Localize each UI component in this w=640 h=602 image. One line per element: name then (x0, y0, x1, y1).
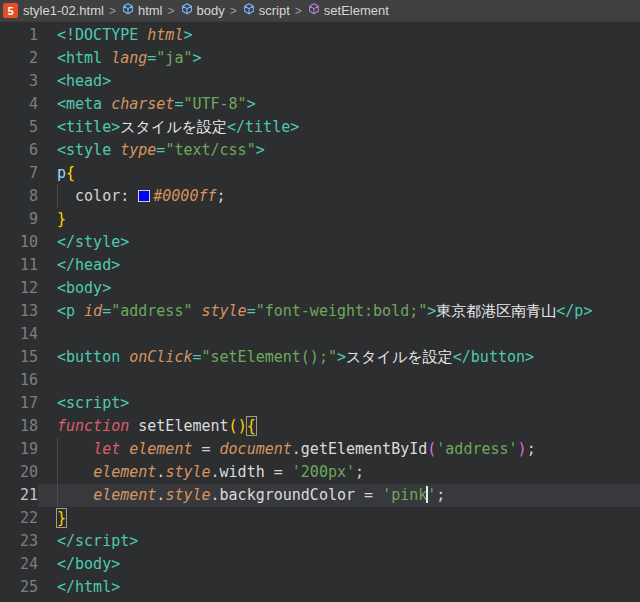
code-token: = (265, 463, 292, 481)
code-line: 8 color: #0000ff; (0, 185, 640, 208)
code-token: = (355, 486, 382, 504)
code-line-content[interactable]: <head> (38, 70, 640, 93)
code-token: "setElement();" (202, 348, 337, 366)
code-line-content[interactable]: <style type="text/css"> (38, 139, 640, 162)
code-line-content[interactable]: } (38, 507, 640, 530)
code-line-content[interactable]: <script> (38, 392, 640, 415)
code-line-content[interactable]: </script> (38, 530, 640, 553)
line-number: 9 (0, 208, 38, 231)
code-line-content[interactable]: </style> (38, 231, 640, 254)
line-number: 15 (0, 346, 38, 369)
line-number: 17 (0, 392, 38, 415)
code-line-content[interactable]: element.style.width = '200px'; (38, 461, 640, 484)
code-line-content[interactable]: element.style.backgroundColor = 'pink'; (38, 484, 640, 507)
code-line: 6<style type="text/css"> (0, 139, 640, 162)
code-line-content[interactable]: <button onClick="setElement();">スタイルを設定<… (38, 346, 640, 369)
code-token: } (57, 509, 66, 527)
code-token: > (337, 348, 346, 366)
code-token: color: (57, 187, 138, 205)
code-token (192, 302, 201, 320)
code-token: </html> (57, 578, 120, 596)
code-token: style (165, 486, 210, 504)
code-line-content[interactable] (38, 369, 640, 392)
code-token: <html (57, 49, 111, 67)
code-line-content[interactable]: function setElement(){ (38, 415, 640, 438)
color-swatch[interactable] (138, 190, 150, 202)
code-token: } (57, 210, 66, 228)
code-token: html (147, 26, 183, 44)
code-line: 16 (0, 369, 640, 392)
breadcrumb-item-script[interactable]: script (242, 2, 290, 19)
line-number: 20 (0, 461, 38, 484)
code-line-content[interactable]: <html lang="ja"> (38, 47, 640, 70)
breadcrumb-item-file[interactable]: style1-02.html (23, 3, 104, 18)
code-token: let (93, 440, 120, 458)
line-number: 3 (0, 70, 38, 93)
code-token: "font-weight:bold;" (256, 302, 428, 320)
code-token: ( (229, 417, 238, 435)
code-line-content[interactable]: </head> (38, 254, 640, 277)
line-number: 19 (0, 438, 38, 461)
code-line-content[interactable]: } (38, 208, 640, 231)
breadcrumb-item-label: setElement (324, 3, 389, 18)
code-line-content[interactable]: <meta charset="UTF-8"> (38, 93, 640, 116)
code-line: 15<button onClick="setElement();">スタイルを設… (0, 346, 640, 369)
code-line-content[interactable]: let element = document.getElementById('a… (38, 438, 640, 461)
code-token: element (129, 440, 192, 458)
code-line-content[interactable] (38, 323, 640, 346)
breadcrumb-path: >html>body>script>setElement (104, 2, 389, 19)
code-line: 24</body> (0, 553, 640, 576)
symbol-cube-icon (242, 2, 256, 19)
code-token: ; (436, 486, 445, 504)
line-number: 18 (0, 415, 38, 438)
line-number: 12 (0, 277, 38, 300)
breadcrumb-item-html[interactable]: html (121, 2, 163, 19)
code-line-content[interactable]: <!DOCTYPE html> (38, 24, 640, 47)
code-token (129, 417, 138, 435)
code-token: . (211, 463, 220, 481)
code-line-content[interactable]: <body> (38, 277, 640, 300)
code-editor[interactable]: 1<!DOCTYPE html>2<html lang="ja">3<head>… (0, 22, 640, 599)
code-token: . (292, 440, 301, 458)
code-line-content[interactable]: color: #0000ff; (38, 185, 640, 208)
code-token: "ja" (156, 49, 192, 67)
breadcrumb-item-setElement[interactable]: setElement (307, 2, 389, 19)
code-token: lang (111, 49, 147, 67)
code-token: スタイルを設定 (120, 118, 227, 136)
line-number: 24 (0, 553, 38, 576)
line-number: 23 (0, 530, 38, 553)
line-number: 7 (0, 162, 38, 185)
code-line: 7p{ (0, 162, 640, 185)
code-line: 23</script> (0, 530, 640, 553)
code-line-content[interactable]: <p id="address" style="font-weight:bold;… (38, 300, 640, 323)
symbol-method-icon (307, 2, 321, 19)
code-token: backgroundColor (220, 486, 355, 504)
code-token: 'pink (382, 486, 427, 504)
code-token: </button> (453, 348, 534, 366)
code-token: ( (427, 440, 436, 458)
line-number: 10 (0, 231, 38, 254)
code-token: > (192, 49, 201, 67)
line-number: 25 (0, 576, 38, 599)
code-line: 3<head> (0, 70, 640, 93)
code-line-content[interactable]: </body> (38, 553, 640, 576)
code-line: 1<!DOCTYPE html> (0, 24, 640, 47)
code-token: style (202, 302, 247, 320)
code-token: . (211, 486, 220, 504)
code-line-content[interactable]: <title>スタイルを設定</title> (38, 116, 640, 139)
code-line: 21 element.style.backgroundColor = 'pink… (0, 484, 640, 507)
code-token: > (247, 95, 256, 113)
code-token: ) (518, 440, 527, 458)
breadcrumb-separator: > (109, 4, 116, 18)
code-line: 5<title>スタイルを設定</title> (0, 116, 640, 139)
breadcrumb-item-body[interactable]: body (180, 2, 225, 19)
code-line: 9} (0, 208, 640, 231)
code-line-content[interactable]: p{ (38, 162, 640, 185)
code-line-content[interactable]: </html> (38, 576, 640, 599)
line-number: 16 (0, 369, 38, 392)
code-token: </title> (227, 118, 299, 136)
code-token: width (220, 463, 265, 481)
code-line: 19 let element = document.getElementById… (0, 438, 640, 461)
breadcrumb-item-label: html (138, 3, 163, 18)
code-token: = (192, 440, 219, 458)
